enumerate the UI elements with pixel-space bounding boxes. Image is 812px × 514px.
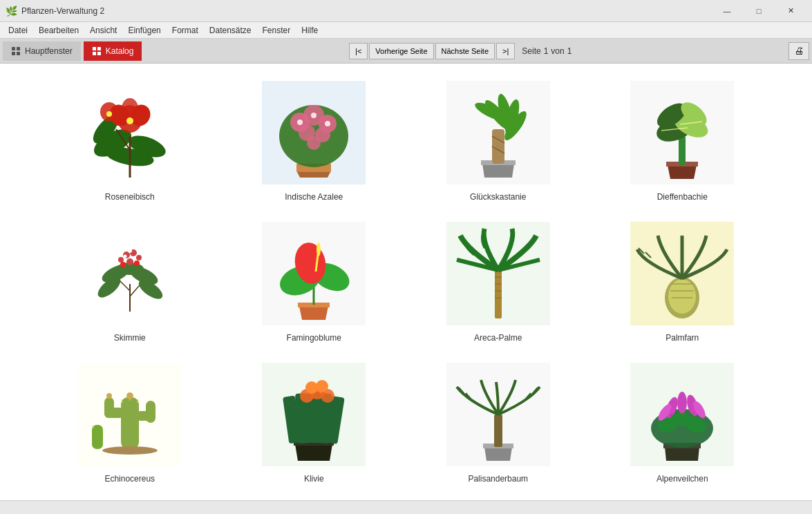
page-von: von	[551, 46, 564, 56]
svg-point-68	[136, 255, 142, 260]
svg-rect-101	[104, 397, 114, 418]
maximize-button[interactable]: □	[743, 0, 775, 22]
plant-image-container-areca-palme	[443, 218, 554, 329]
menu-fenster[interactable]: Fenster	[257, 22, 296, 38]
title-bar: 🌿 Pflanzen-Verwaltung 2 — □ ✕	[0, 0, 812, 22]
plant-label-indische-azalee: Indische Azalee	[285, 192, 343, 202]
plant-image-container-skimmie	[75, 218, 185, 329]
nav-prev-button[interactable]: Vorherige Seite	[369, 43, 433, 59]
svg-rect-1	[17, 47, 20, 50]
plant-image-container-indische-azalee	[258, 77, 369, 188]
svg-marker-113	[295, 444, 332, 461]
svg-point-70	[120, 262, 126, 267]
plant-image-dieffenbachie	[630, 81, 734, 184]
minimize-button[interactable]: —	[711, 0, 743, 22]
svg-point-33	[311, 113, 317, 118]
svg-marker-134	[665, 447, 699, 461]
menu-datensaetze[interactable]: Datensätze	[204, 22, 257, 38]
plant-label-echinocereus: Echinocereus	[104, 474, 155, 484]
plant-item-alpenveilchen[interactable]: Alpenveilchen	[596, 359, 769, 484]
plant-label-alpenveilchen: Alpenveilchen	[657, 474, 708, 484]
svg-point-19	[126, 117, 133, 124]
plant-image-container-famingoblume	[258, 218, 369, 329]
plant-image-container-dieffenbachie	[627, 77, 737, 188]
svg-point-71	[134, 260, 140, 266]
plant-item-palisanderbaum[interactable]: Palisanderbaum	[412, 359, 585, 484]
plant-label-palmfarn: Palmfarn	[665, 333, 699, 343]
katalog-icon	[92, 46, 102, 56]
plant-image-echinocereus	[78, 363, 182, 466]
plant-item-echinocereus[interactable]: Echinocereus	[44, 359, 217, 484]
svg-marker-126	[484, 447, 512, 461]
nav-last-button[interactable]: >|	[496, 43, 515, 59]
plant-image-alpenveilchen	[630, 363, 734, 466]
print-button[interactable]: 🖨	[789, 42, 809, 60]
plant-item-areca-palme[interactable]: Areca-Palme	[412, 218, 585, 343]
svg-rect-38	[492, 129, 504, 164]
plant-image-container-echinocereus	[75, 359, 185, 470]
svg-rect-3	[17, 52, 20, 55]
plant-image-roseneibisch	[78, 81, 182, 184]
plant-item-glueckskastanie[interactable]: Glückskastanie	[412, 77, 585, 202]
title-bar-controls: — □ ✕	[711, 0, 806, 22]
print-icon: 🖨	[795, 46, 804, 56]
plant-label-areca-palme: Areca-Palme	[474, 333, 522, 343]
nav-first-button[interactable]: |<	[349, 43, 368, 59]
menu-bar: Datei Bearbeiten Ansicht Einfügen Format…	[0, 22, 812, 39]
svg-point-67	[118, 257, 124, 263]
menu-bearbeiten[interactable]: Bearbeiten	[33, 22, 84, 38]
main-content: Roseneibisch Indische Azalee	[0, 64, 812, 500]
svg-point-141	[677, 392, 687, 414]
tab-katalog[interactable]: Katalog	[84, 41, 142, 61]
plant-label-klivie: Klivie	[304, 474, 324, 484]
plant-label-glueckskastanie: Glückskastanie	[470, 192, 526, 202]
menu-datei[interactable]: Datei	[3, 22, 33, 38]
svg-point-124	[316, 380, 328, 392]
status-bar	[0, 500, 812, 514]
plant-item-skimmie[interactable]: Skimmie	[44, 218, 217, 343]
svg-rect-103	[146, 401, 155, 423]
svg-marker-47	[668, 165, 697, 179]
svg-point-82	[317, 242, 321, 256]
plant-label-famingoblume: Famingoblume	[287, 333, 341, 343]
svg-rect-2	[12, 52, 15, 55]
plant-item-klivie[interactable]: Klivie	[227, 359, 401, 484]
menu-ansicht[interactable]: Ansicht	[84, 22, 122, 38]
app-icon: 🌿	[6, 6, 17, 17]
page-label: Seite	[522, 46, 540, 56]
plant-item-famingoblume[interactable]: Famingoblume	[227, 218, 401, 343]
plant-image-container-klivie	[258, 359, 369, 470]
plant-image-container-roseneibisch	[75, 77, 185, 188]
svg-point-21	[106, 111, 112, 117]
nav-next-button[interactable]: Nächste Seite	[435, 43, 495, 59]
plant-item-dieffenbachie[interactable]: Dieffenbachie	[596, 77, 769, 202]
page-current: 1	[544, 46, 549, 56]
svg-point-109	[126, 392, 133, 399]
svg-point-110	[106, 393, 112, 399]
plant-item-palmfarn[interactable]: Palmfarn	[596, 218, 769, 343]
menu-format[interactable]: Format	[167, 22, 204, 38]
svg-rect-5	[97, 47, 101, 50]
menu-hilfe[interactable]: Hilfe	[296, 22, 323, 38]
svg-rect-99	[121, 397, 139, 449]
close-button[interactable]: ✕	[775, 0, 806, 22]
svg-rect-4	[93, 47, 96, 50]
menu-einfuegen[interactable]: Einfügen	[122, 22, 166, 38]
tab-hauptfenster[interactable]: Hauptfenster	[3, 41, 81, 61]
svg-rect-0	[12, 47, 15, 50]
plant-image-indische-azalee	[262, 81, 366, 184]
svg-rect-128	[494, 415, 502, 447]
plant-image-container-palisanderbaum	[443, 359, 554, 470]
svg-point-73	[123, 255, 126, 258]
svg-point-31	[307, 136, 321, 150]
svg-point-69	[126, 258, 133, 265]
page-total: 1	[567, 46, 572, 56]
svg-rect-6	[93, 52, 96, 55]
plant-item-roseneibisch[interactable]: Roseneibisch	[44, 77, 217, 202]
plant-item-indische-azalee[interactable]: Indische Azalee	[227, 77, 401, 202]
tab-hauptfenster-label: Hauptfenster	[25, 46, 73, 56]
page-info: Seite 1 von 1	[522, 46, 572, 56]
svg-rect-49	[679, 136, 686, 165]
tab-katalog-label: Katalog	[106, 46, 134, 56]
plant-label-palisanderbaum: Palisanderbaum	[468, 474, 528, 484]
